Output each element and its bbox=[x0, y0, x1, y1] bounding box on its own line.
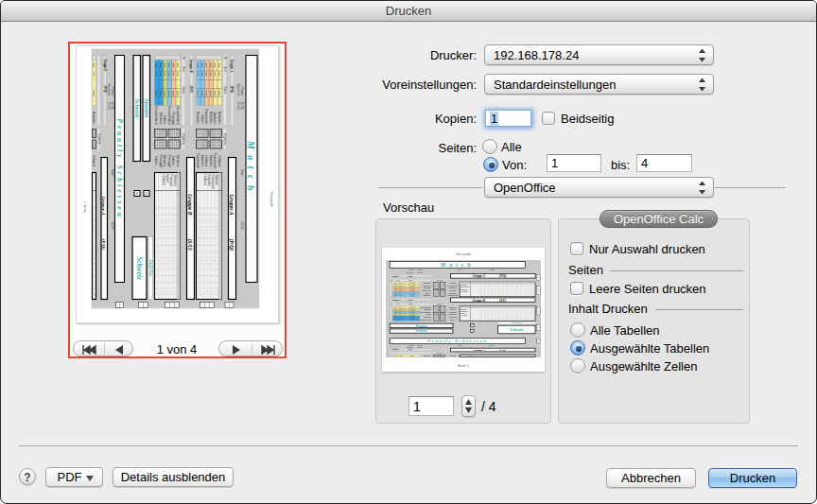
first-page-button[interactable] bbox=[74, 341, 104, 356]
pages-all-radio[interactable] bbox=[482, 139, 497, 154]
svg-text:Gruppe B: Gruppe B bbox=[187, 194, 193, 215]
copies-input-value: 1 bbox=[490, 112, 498, 126]
selected-tables-radio[interactable] bbox=[570, 340, 585, 356]
vorschau-panel: Vorrunde Seite 1 Match Phase 30:30 Start… bbox=[375, 218, 551, 424]
svg-text:Zeit: Zeit bbox=[396, 303, 399, 304]
printer-popup[interactable]: 192.168.178.24 bbox=[484, 44, 714, 65]
svg-text:Finale Platz: Finale Platz bbox=[512, 322, 522, 323]
sheet-penalty-banner: Penatly Schiessen bbox=[390, 339, 525, 344]
svg-text:Ergebnis: Ergebnis bbox=[436, 279, 443, 281]
svg-text:Deutschland: Deutschland bbox=[175, 106, 179, 125]
duplex-checkbox[interactable] bbox=[542, 112, 555, 125]
svg-text:Gruppe A: Gruppe A bbox=[230, 59, 234, 73]
svg-text:Schweiz: Schweiz bbox=[134, 255, 143, 279]
svg-text:Name: Name bbox=[222, 86, 226, 94]
svg-text:Start: Start bbox=[458, 344, 462, 346]
svg-text:Spanien: Spanien bbox=[449, 287, 457, 288]
pages-to-label: bis: bbox=[611, 158, 630, 172]
presets-popup[interactable]: Standardeinstellungen bbox=[484, 74, 714, 95]
pages-from-value: 1 bbox=[551, 156, 558, 170]
svg-text:Start: Start bbox=[458, 269, 462, 270]
svg-text:Spanien: Spanien bbox=[200, 154, 203, 166]
selected-tables-label: Ausgewählte Tabellen bbox=[590, 341, 709, 356]
preview-nav-forward-group bbox=[218, 340, 283, 356]
svg-text:Portugal: Portugal bbox=[424, 308, 431, 310]
vorschau-page-input[interactable]: 1 bbox=[408, 396, 454, 416]
svg-text:Frankreich: Frankreich bbox=[213, 152, 217, 168]
empty-pages-checkbox[interactable] bbox=[570, 282, 583, 295]
title-bar[interactable]: Drucken bbox=[1, 1, 816, 22]
cancel-button[interactable]: Abbrechen bbox=[606, 468, 696, 488]
svg-text:Frankreich: Frankreich bbox=[448, 285, 458, 287]
svg-text:Gruppe B: Gruppe B bbox=[473, 299, 486, 303]
pages-all-label: Alle bbox=[501, 140, 522, 154]
pages-to-value: 4 bbox=[641, 156, 648, 170]
pages-from-input[interactable]: 1 bbox=[547, 154, 601, 172]
svg-text:20:15: 20:15 bbox=[417, 346, 423, 348]
vorschau-page-stepper[interactable] bbox=[461, 395, 476, 417]
svg-text:Gruppe A: Gruppe A bbox=[101, 196, 106, 216]
content-section-label: Inhalt Drucken bbox=[568, 302, 648, 316]
page-margin-header: Vorrunde bbox=[269, 192, 274, 207]
svg-text:Spielzeit: Spielzeit bbox=[236, 83, 240, 96]
svg-text:Frankreich: Frankreich bbox=[448, 294, 458, 296]
pages-to-input[interactable]: 4 bbox=[636, 154, 692, 172]
window-title: Drucken bbox=[1, 4, 816, 18]
svg-text:Portugal: Portugal bbox=[449, 311, 457, 313]
next-page-button[interactable] bbox=[219, 341, 252, 356]
svg-text:Deutschland: Deutschland bbox=[420, 319, 431, 321]
svg-text:Spanien: Spanien bbox=[424, 285, 431, 287]
svg-text:Schweiz: Schweiz bbox=[416, 329, 428, 333]
svg-text:(S/U): (S/U) bbox=[189, 85, 193, 93]
help-button[interactable]: ? bbox=[19, 468, 36, 485]
svg-text:Gruppe A: Gruppe A bbox=[102, 59, 106, 72]
svg-text:Brasilien: Brasilien bbox=[217, 112, 220, 124]
all-tables-radio[interactable] bbox=[570, 322, 585, 338]
presets-popup-value: Standardeinstellungen bbox=[494, 78, 616, 92]
copies-input[interactable]: 1 bbox=[485, 110, 531, 127]
selected-cells-label: Ausgewählte Zellen bbox=[590, 359, 697, 374]
seiten-section-label: Seiten bbox=[568, 263, 603, 277]
page-preview-area[interactable]: Seite 1 Vorrunde Match Phase 30:30 Start… bbox=[68, 42, 287, 358]
pdf-menu-label: PDF bbox=[58, 470, 82, 484]
print-button[interactable]: Drucken bbox=[708, 468, 797, 488]
svg-text:(S/U): (S/U) bbox=[499, 299, 506, 303]
sheet-penalty-banner: Penatly Schiessen bbox=[114, 55, 124, 282]
svg-text:30:30: 30:30 bbox=[417, 269, 423, 270]
pdf-menu-arrow-icon bbox=[86, 476, 94, 481]
pdf-menu-button[interactable]: PDF bbox=[45, 467, 103, 487]
svg-text:Schweiz: Schweiz bbox=[175, 154, 179, 166]
svg-text:Portugal: Portugal bbox=[449, 316, 457, 318]
calc-panel-tab-label: OpenOffice Calc bbox=[600, 212, 717, 226]
selection-only-label: Nur Auswahl drucken bbox=[589, 242, 705, 256]
sheet-table-b: Deutschland Portugal Deutschland Italien… bbox=[154, 55, 180, 299]
calc-panel-tab[interactable]: OpenOffice Calc bbox=[600, 210, 718, 228]
svg-text:Spanien: Spanien bbox=[449, 292, 457, 294]
empty-pages-label: Leere Seiten drucken bbox=[589, 282, 706, 296]
details-toggle-button[interactable]: Details ausblenden bbox=[113, 467, 234, 487]
sheet-title: Match bbox=[440, 262, 474, 268]
printer-popup-value: 192.168.178.24 bbox=[494, 48, 579, 62]
svg-text:Zeit: Zeit bbox=[222, 66, 226, 71]
selected-cells-radio[interactable] bbox=[570, 358, 585, 374]
all-tables-label: Alle Tabellen bbox=[590, 323, 659, 338]
pages-from-radio[interactable] bbox=[483, 157, 498, 172]
selection-only-checkbox[interactable] bbox=[570, 242, 583, 255]
svg-text:14:30: 14:30 bbox=[489, 269, 495, 270]
svg-text:Italien: Italien bbox=[154, 156, 158, 165]
svg-text:Holland: Holland bbox=[449, 289, 456, 291]
footer-separator bbox=[19, 445, 798, 446]
last-page-button[interactable] bbox=[252, 341, 284, 356]
details-toggle-label: Details ausblenden bbox=[121, 470, 226, 484]
svg-text:Brasilien: Brasilien bbox=[92, 112, 96, 124]
svg-text:Ergebnis: Ergebnis bbox=[222, 133, 226, 145]
svg-text:Portugal: Portugal bbox=[171, 112, 175, 124]
svg-text:Gruppe A: Gruppe A bbox=[229, 194, 235, 215]
svg-text:Gruppe B: Gruppe B bbox=[392, 299, 401, 301]
app-options-popup[interactable]: OpenOffice bbox=[484, 177, 714, 198]
printer-label: Drucker: bbox=[325, 48, 477, 62]
vorschau-page-header: Vorrunde bbox=[382, 252, 545, 256]
duplex-label: Beidseitig bbox=[561, 112, 614, 126]
app-section-separator-right bbox=[715, 187, 786, 188]
next-page-icon bbox=[232, 345, 240, 355]
